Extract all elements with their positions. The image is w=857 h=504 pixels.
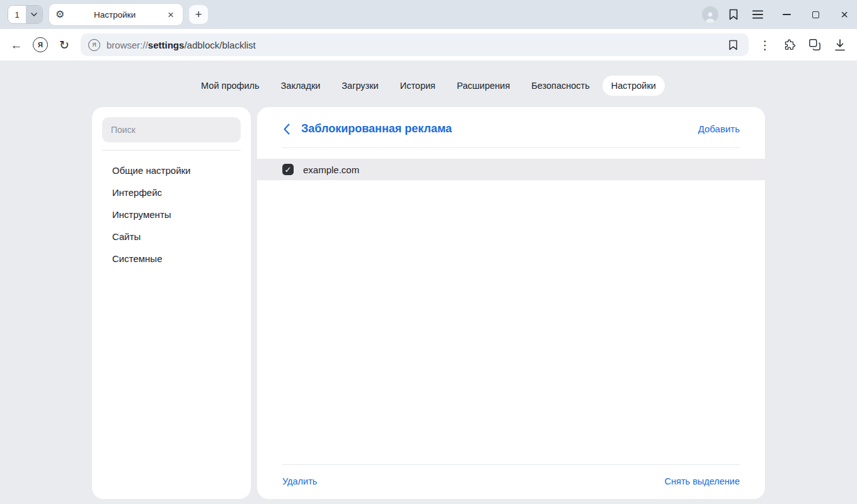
sidebar-item-general[interactable]: Общие настройки <box>102 159 241 181</box>
nav-tab-profile[interactable]: Мой профиль <box>192 76 268 96</box>
nav-tab-security[interactable]: Безопасность <box>522 76 599 96</box>
back-chevron-icon[interactable] <box>282 123 291 135</box>
nav-tab-extensions[interactable]: Расширения <box>448 76 519 96</box>
site-badge-icon: Я <box>88 39 100 51</box>
row-checkbox[interactable]: ✓ <box>282 164 294 175</box>
bookmarks-panel-icon[interactable] <box>725 6 742 23</box>
add-button[interactable]: Добавить <box>698 123 740 134</box>
cards-container: Общие настройки Интерфейс Инструменты Са… <box>0 107 857 504</box>
close-tab-icon[interactable]: × <box>165 8 176 21</box>
settings-sidebar: Общие настройки Интерфейс Инструменты Са… <box>92 107 251 499</box>
panel-header: Заблокированная реклама Добавить <box>257 107 765 147</box>
page-title: Заблокированная реклама <box>301 122 688 135</box>
blacklist-row[interactable]: ✓ example.com <box>257 159 765 180</box>
kebab-menu-icon[interactable]: ⋮ <box>757 39 773 51</box>
browser-toolbar: ← Я ↻ Я browser://settings/adblock/black… <box>0 29 857 60</box>
url-suffix: /adblock/blacklist <box>184 40 255 50</box>
tab-counter[interactable]: 1 <box>8 5 43 24</box>
row-domain: example.com <box>303 164 359 175</box>
url-highlight: settings <box>148 40 185 50</box>
minimize-icon[interactable] <box>781 9 791 20</box>
close-window-icon[interactable]: × <box>839 9 849 20</box>
sidebar-list: Общие настройки Интерфейс Инструменты Са… <box>102 159 241 270</box>
deselect-button[interactable]: Снять выделение <box>665 476 740 486</box>
nav-tab-downloads[interactable]: Загрузки <box>333 76 387 96</box>
tab-counter-value: 1 <box>8 6 26 23</box>
menu-icon[interactable] <box>749 6 766 23</box>
panel-footer: Удалить Снять выделение <box>257 464 765 499</box>
blacklist-panel: Заблокированная реклама Добавить ✓ examp… <box>257 107 765 499</box>
extensions-icon[interactable] <box>781 37 798 53</box>
maximize-icon[interactable] <box>810 9 820 20</box>
new-tab-button[interactable]: + <box>189 5 208 24</box>
sidebar-divider <box>102 150 241 151</box>
tab-settings-page[interactable]: ⚙ Настройки × <box>49 4 183 25</box>
header-divider <box>282 147 740 148</box>
window-controls: × <box>781 9 849 20</box>
back-icon[interactable]: ← <box>9 39 24 51</box>
nav-tab-history[interactable]: История <box>391 76 444 96</box>
tab-title: Настройки <box>69 10 160 20</box>
nav-tab-settings[interactable]: Настройки <box>602 76 665 96</box>
downloads-icon[interactable] <box>832 37 848 53</box>
collections-icon[interactable] <box>807 37 823 53</box>
settings-page: Мой профиль Закладки Загрузки История Ра… <box>0 60 857 504</box>
url-text[interactable]: browser://settings/adblock/blacklist <box>106 40 256 50</box>
reload-icon[interactable]: ↻ <box>57 39 72 51</box>
address-bar[interactable]: Я browser://settings/adblock/blacklist <box>81 33 749 56</box>
url-prefix: browser:// <box>106 40 148 50</box>
settings-nav: Мой профиль Закладки Загрузки История Ра… <box>0 60 857 107</box>
gear-icon: ⚙ <box>55 9 64 20</box>
profile-avatar[interactable] <box>702 6 718 23</box>
bookmark-icon[interactable] <box>725 37 741 53</box>
sidebar-item-system[interactable]: Системные <box>102 248 241 270</box>
sidebar-item-interface[interactable]: Интерфейс <box>102 181 241 203</box>
delete-button[interactable]: Удалить <box>282 476 317 486</box>
tab-strip: 1 ⚙ Настройки × + <box>0 0 857 29</box>
browser-window: 1 ⚙ Настройки × + <box>0 0 857 504</box>
nav-tab-bookmarks[interactable]: Закладки <box>272 76 330 96</box>
check-icon: ✓ <box>285 166 292 174</box>
chevron-down-icon[interactable] <box>26 6 42 23</box>
sidebar-item-sites[interactable]: Сайты <box>102 226 241 248</box>
sidebar-item-tools[interactable]: Инструменты <box>102 203 241 226</box>
yandex-home-icon[interactable]: Я <box>33 37 48 52</box>
search-input[interactable] <box>102 117 241 142</box>
